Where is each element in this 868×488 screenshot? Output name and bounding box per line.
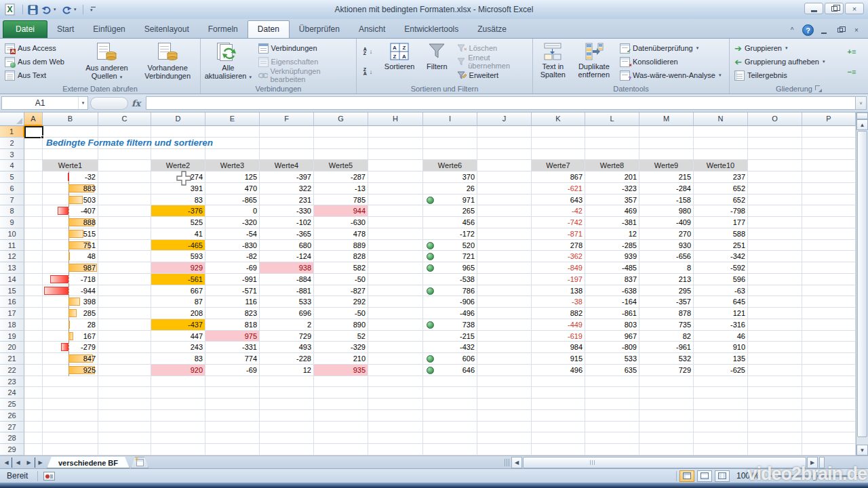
cell-M9[interactable]: -409 bbox=[639, 217, 694, 228]
cell-D25[interactable] bbox=[151, 399, 205, 410]
row-header-20[interactable]: 20 bbox=[0, 342, 24, 353]
cell-O8[interactable] bbox=[748, 205, 802, 217]
cell-P29[interactable] bbox=[802, 444, 856, 455]
cell-P3[interactable] bbox=[802, 149, 856, 161]
aus-dem-web-button[interactable]: Aus dem Web bbox=[3, 56, 76, 68]
cell-D20[interactable]: 243 bbox=[151, 342, 205, 353]
cell-P15[interactable] bbox=[802, 285, 856, 297]
cell-I3[interactable] bbox=[423, 149, 477, 161]
cell-P28[interactable] bbox=[802, 432, 856, 444]
cell-J25[interactable] bbox=[477, 399, 532, 410]
cell-F15[interactable]: -881 bbox=[260, 285, 314, 297]
cell-G28[interactable] bbox=[314, 432, 368, 444]
datenueberpruefung-button[interactable]: ✔ Datenüberprüfung ▾ bbox=[618, 42, 726, 54]
cell-D14[interactable]: -561 bbox=[151, 274, 205, 285]
cell-K22[interactable]: 496 bbox=[532, 365, 585, 376]
cell-F5[interactable]: -397 bbox=[260, 171, 314, 183]
cell-D11[interactable]: -465 bbox=[151, 240, 205, 251]
cell-M29[interactable] bbox=[639, 444, 694, 455]
horizontal-scroll-thumb[interactable] bbox=[523, 457, 806, 468]
cell-N21[interactable]: 135 bbox=[694, 353, 748, 365]
cell-K7[interactable]: 643 bbox=[532, 195, 585, 206]
insert-function-button[interactable]: fx bbox=[130, 98, 146, 108]
cell-H1[interactable] bbox=[368, 126, 423, 138]
cell-K9[interactable]: -742 bbox=[532, 217, 585, 228]
zoom-slider-thumb[interactable] bbox=[812, 472, 817, 481]
macro-record-icon[interactable] bbox=[43, 472, 55, 481]
cell-O12[interactable] bbox=[748, 251, 802, 262]
cell-C3[interactable] bbox=[98, 149, 151, 161]
cell-G16[interactable]: 292 bbox=[314, 296, 368, 308]
cell-D12[interactable]: 593 bbox=[151, 251, 205, 262]
cell-O10[interactable] bbox=[748, 228, 802, 240]
cell-M3[interactable] bbox=[639, 149, 694, 161]
next-sheet-button[interactable]: ▶ bbox=[24, 458, 34, 468]
cell-K29[interactable] bbox=[532, 444, 585, 455]
cell-K18[interactable]: -449 bbox=[532, 319, 585, 331]
cell-I18[interactable]: 738 bbox=[423, 319, 477, 331]
cell-O20[interactable] bbox=[748, 342, 802, 353]
cell-J28[interactable] bbox=[477, 432, 532, 444]
cell-O11[interactable] bbox=[748, 240, 802, 251]
page-layout-view-button[interactable] bbox=[697, 470, 712, 482]
cell-B15[interactable]: -944 bbox=[43, 285, 98, 297]
cell-G23[interactable] bbox=[314, 376, 368, 388]
cell-A20[interactable] bbox=[24, 342, 43, 353]
cell-O22[interactable] bbox=[748, 365, 802, 376]
cell-F3[interactable] bbox=[260, 149, 314, 161]
cell-F19[interactable]: 729 bbox=[260, 331, 314, 342]
cell-A21[interactable] bbox=[24, 353, 43, 365]
cell-G17[interactable]: -50 bbox=[314, 308, 368, 319]
cell-N27[interactable] bbox=[694, 422, 748, 433]
row-header-27[interactable]: 27 bbox=[0, 422, 24, 433]
cell-N2[interactable] bbox=[694, 138, 748, 149]
tab-ansicht[interactable]: Ansicht bbox=[349, 21, 395, 38]
tab-zusaetze[interactable]: Zusätze bbox=[468, 21, 516, 38]
cell-I24[interactable] bbox=[423, 387, 477, 399]
cell-E29[interactable] bbox=[205, 444, 260, 455]
cell-B4[interactable]: Werte1 bbox=[43, 160, 98, 171]
cell-C19[interactable] bbox=[98, 331, 151, 342]
cell-I2[interactable] bbox=[423, 138, 477, 149]
row-header-24[interactable]: 24 bbox=[0, 387, 24, 399]
row-header-26[interactable]: 26 bbox=[0, 410, 24, 422]
cell-C13[interactable] bbox=[98, 262, 151, 274]
cell-D17[interactable]: 208 bbox=[151, 308, 205, 319]
cell-G19[interactable]: 52 bbox=[314, 331, 368, 342]
cell-I10[interactable]: -172 bbox=[423, 228, 477, 240]
row-header-1[interactable]: 1 bbox=[0, 126, 24, 138]
cell-J2[interactable] bbox=[477, 138, 532, 149]
cell-K21[interactable]: 915 bbox=[532, 353, 585, 365]
cell-D16[interactable]: 87 bbox=[151, 296, 205, 308]
sheet-tab-verschiedene-bf[interactable]: verschiedene BF bbox=[47, 457, 130, 468]
cell-C20[interactable] bbox=[98, 342, 151, 353]
cell-O13[interactable] bbox=[748, 262, 802, 274]
tab-entwicklertools[interactable]: Entwicklertools bbox=[395, 21, 468, 38]
cell-C27[interactable] bbox=[98, 422, 151, 433]
cell-H20[interactable] bbox=[368, 342, 423, 353]
normal-view-button[interactable] bbox=[679, 470, 694, 482]
cell-C21[interactable] bbox=[98, 353, 151, 365]
cell-M15[interactable]: 295 bbox=[639, 285, 694, 297]
cell-B19[interactable]: 167 bbox=[43, 331, 98, 342]
tab-ueberpruefen[interactable]: Überprüfen bbox=[290, 21, 349, 38]
cell-J23[interactable] bbox=[477, 376, 532, 388]
text-in-spalten-button[interactable]: Text in Spalten bbox=[534, 40, 572, 83]
cell-E28[interactable] bbox=[205, 432, 260, 444]
cell-A23[interactable] bbox=[24, 376, 43, 388]
cell-J29[interactable] bbox=[477, 444, 532, 455]
row-header-2[interactable]: 2 bbox=[0, 138, 24, 149]
cell-I20[interactable]: -432 bbox=[423, 342, 477, 353]
workbook-restore-button[interactable] bbox=[834, 26, 846, 35]
cell-P9[interactable] bbox=[802, 217, 856, 228]
scroll-left-button[interactable]: ◀ bbox=[511, 457, 522, 468]
cell-I19[interactable]: -215 bbox=[423, 331, 477, 342]
cell-L18[interactable]: 803 bbox=[585, 319, 639, 331]
cell-P16[interactable] bbox=[802, 296, 856, 308]
column-header-P[interactable]: P bbox=[802, 113, 856, 126]
cell-E6[interactable]: 470 bbox=[205, 183, 260, 195]
cell-A15[interactable] bbox=[24, 285, 43, 297]
cell-K25[interactable] bbox=[532, 399, 585, 410]
cell-K19[interactable]: -619 bbox=[532, 331, 585, 342]
cell-F17[interactable]: 696 bbox=[260, 308, 314, 319]
